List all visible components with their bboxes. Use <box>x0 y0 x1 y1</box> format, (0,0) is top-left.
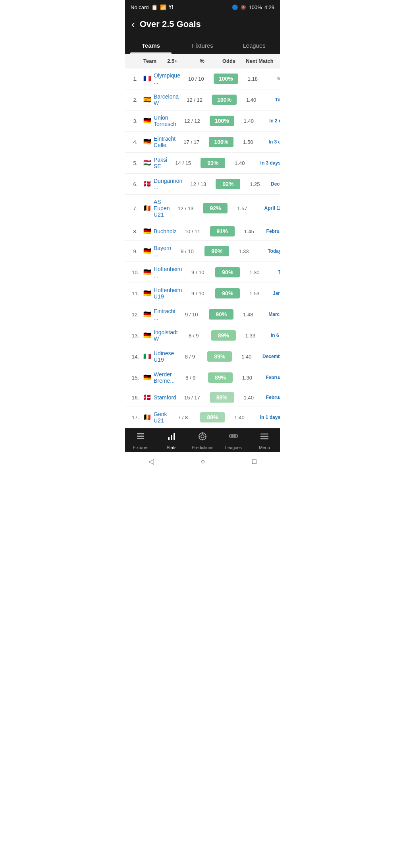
col-odds: Odds <box>216 58 242 64</box>
table-row[interactable]: 9. 🇩🇪 Bayern ... 9 / 10 90% 1.33 Today <box>125 241 280 262</box>
row-odds: 1.30 <box>234 375 260 381</box>
row-rank: 13. <box>127 333 143 339</box>
row-rank: 4. <box>127 139 143 145</box>
nav-stats-label: Stats <box>166 445 176 450</box>
tab-fixtures[interactable]: Fixtures <box>177 37 228 54</box>
row-odds: 1.25 <box>242 181 268 187</box>
row-percent: 89% <box>207 351 232 362</box>
page-title: Over 2.5 Goals <box>140 19 201 29</box>
back-button[interactable]: ‹ <box>131 19 135 29</box>
team-cell: 🇫🇷 Olympique ... <box>143 72 180 85</box>
row-odds: 1.40 <box>238 97 264 103</box>
svg-rect-1 <box>137 436 144 437</box>
table-row[interactable]: 5. 🇭🇺 Paksi SE 14 / 15 93% 1.40 In 3 day… <box>125 153 280 174</box>
sys-recent-button[interactable]: □ <box>252 457 256 466</box>
row-next-match: December 27 <box>268 181 280 187</box>
team-name: Barcelona W <box>154 93 179 106</box>
table-row[interactable]: 3. 🇩🇪 Union Tornesch 12 / 12 100% 1.40 I… <box>125 110 280 132</box>
team-name: Hoffenheim ... <box>154 266 182 279</box>
team-name: Paksi SE <box>154 157 167 169</box>
row-rank: 5. <box>127 160 143 166</box>
status-bar: No card 📋 📶 Y! 🔵 🔕 100% 4:29 <box>125 0 280 14</box>
sys-home-button[interactable]: ○ <box>201 457 205 466</box>
row-percent: 88% <box>200 412 225 422</box>
table-row[interactable]: 15. 🇩🇪 Werder Breme... 8 / 9 89% 1.30 Fe… <box>125 367 280 388</box>
nav-stats[interactable]: Stats <box>156 432 187 450</box>
table-row[interactable]: 10. 🇩🇪 Hoffenheim ... 9 / 10 90% 1.30 To… <box>125 262 280 283</box>
row-percent: 92% <box>203 203 228 213</box>
table-body: 1. 🇫🇷 Olympique ... 10 / 10 100% 1.18 To… <box>125 68 280 428</box>
row-score: 10 / 11 <box>177 229 208 234</box>
row-odds: 1.40 <box>233 354 259 360</box>
row-rank: 3. <box>127 118 143 124</box>
row-next-match: In 3 days <box>261 139 280 145</box>
row-percent: 89% <box>208 372 233 383</box>
table-row[interactable]: 6. 🇩🇰 Dungannon ... 12 / 13 92% 1.25 Dec… <box>125 174 280 195</box>
table-row[interactable]: 2. 🇪🇸 Barcelona W 12 / 12 100% 1.40 Toda… <box>125 89 280 110</box>
nav-fixtures[interactable]: Fixtures <box>125 432 156 450</box>
nav-menu[interactable]: Menu <box>249 432 280 450</box>
tab-teams[interactable]: Teams <box>125 37 177 54</box>
svg-point-16 <box>233 436 234 437</box>
team-name: Dungannon ... <box>154 178 182 190</box>
row-rank: 6. <box>127 181 143 187</box>
table-row[interactable]: 1. 🇫🇷 Olympique ... 10 / 10 100% 1.18 To… <box>125 68 280 89</box>
team-flag: 🇩🇪 <box>143 269 151 275</box>
row-next-match: Today <box>256 248 280 254</box>
sys-back-button[interactable]: ◁ <box>148 457 154 466</box>
nav-leagues[interactable]: Leagues <box>218 432 249 450</box>
row-percent: 100% <box>212 95 237 105</box>
team-cell: 🇩🇪 Eintracht Celle <box>143 136 176 148</box>
table-row[interactable]: 16. 🇩🇰 Stamford 15 / 17 88% 1.40 Februar… <box>125 388 280 407</box>
team-cell: 🇧🇪 AS Eupen U21 <box>143 199 170 218</box>
table-row[interactable]: 12. 🇩🇪 Eintracht ... 9 / 10 90% 1.48 Mar… <box>125 304 280 325</box>
svg-point-7 <box>201 435 204 438</box>
nav-leagues-label: Leagues <box>225 445 242 450</box>
team-cell: 🇩🇰 Dungannon ... <box>143 178 182 190</box>
team-name: AS Eupen U21 <box>154 199 170 218</box>
system-nav: ◁ ○ □ <box>125 452 280 472</box>
svg-point-17 <box>235 436 237 437</box>
row-score: 9 / 10 <box>176 312 207 318</box>
svg-rect-0 <box>137 433 144 434</box>
row-rank: 1. <box>127 76 143 82</box>
row-percent: 90% <box>215 267 240 277</box>
row-score: 8 / 9 <box>174 354 206 360</box>
row-rank: 14. <box>127 354 143 360</box>
stats-icon <box>167 432 176 444</box>
row-odds: 1.50 <box>235 139 261 145</box>
row-next-match: Today <box>264 97 280 103</box>
row-rank: 12. <box>127 312 143 318</box>
col-next-match: Next Match <box>242 58 278 64</box>
nav-predictions[interactable]: Predictions <box>187 432 218 450</box>
row-next-match: February 13 <box>262 229 280 234</box>
team-flag: 🇩🇪 <box>143 139 151 145</box>
team-flag: 🇩🇪 <box>143 228 151 234</box>
table-row[interactable]: 17. 🇧🇪 Genk U21 7 / 8 88% 1.40 In 1 days <box>125 407 280 428</box>
team-cell: 🇪🇸 Barcelona W <box>143 93 179 106</box>
table-row[interactable]: 7. 🇧🇪 AS Eupen U21 12 / 13 92% 1.57 Apri… <box>125 195 280 222</box>
bottom-nav: Fixtures Stats Predictions <box>125 428 280 452</box>
tab-leagues[interactable]: Leagues <box>228 37 280 54</box>
table-row[interactable]: 13. 🇩🇪 Ingolstadt W 8 / 9 89% 1.33 In 6 … <box>125 325 280 346</box>
row-percent: 100% <box>209 137 233 147</box>
table-row[interactable]: 11. 🇩🇪 Hoffenheim U19 9 / 10 90% 1.53 Ja… <box>125 283 280 304</box>
row-next-match: April 12 <box>255 205 280 211</box>
team-name: Bayern ... <box>154 245 171 258</box>
no-card-label: No card <box>131 4 149 10</box>
row-percent: 92% <box>216 179 240 189</box>
row-odds: 1.33 <box>237 333 263 339</box>
team-name: Hoffenheim U19 <box>154 287 182 300</box>
row-odds: 1.45 <box>236 229 262 234</box>
team-flag: 🇩🇪 <box>143 290 151 296</box>
row-next-match: February 9 <box>260 375 280 380</box>
table-row[interactable]: 4. 🇩🇪 Eintracht Celle 17 / 17 100% 1.50 … <box>125 132 280 153</box>
row-percent: 91% <box>210 226 235 236</box>
row-score: 15 / 17 <box>176 395 208 401</box>
svg-rect-4 <box>171 435 172 440</box>
svg-rect-5 <box>174 433 175 440</box>
table-row[interactable]: 8. 🇩🇪 Buchholz 10 / 11 91% 1.45 February… <box>125 222 280 241</box>
team-name: Buchholz <box>154 228 177 234</box>
table-row[interactable]: 14. 🇮🇹 Udinese U19 8 / 9 89% 1.40 Decemb… <box>125 346 280 367</box>
team-name: Eintracht Celle <box>154 136 176 148</box>
